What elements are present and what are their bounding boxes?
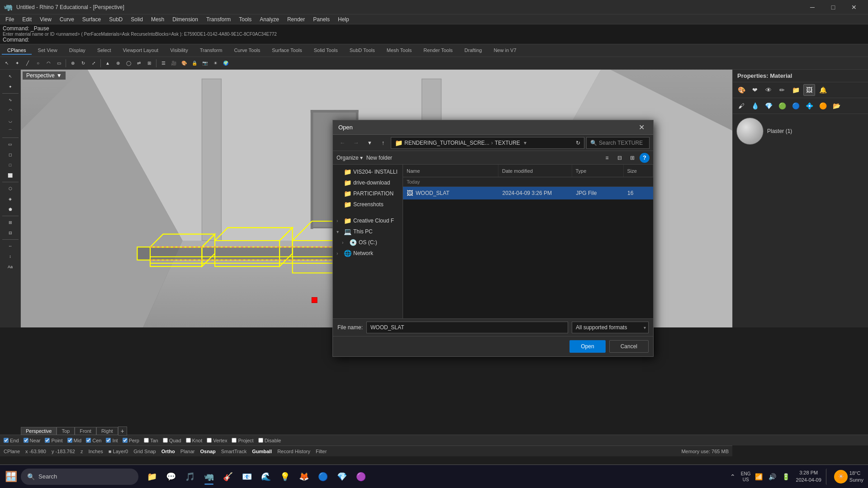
prop-pencil-icon[interactable]: ✏ <box>776 84 788 96</box>
command-line3[interactable]: Command: <box>3 37 865 43</box>
col-header-name[interactable]: Name <box>403 165 498 177</box>
osnap-quad[interactable]: Quad <box>163 438 181 443</box>
toolbar-circle-btn[interactable]: ○ <box>33 58 43 68</box>
tab-drafting[interactable]: Drafting <box>459 47 488 55</box>
lt-mesh1[interactable]: ⊞ <box>2 218 19 227</box>
taskbar-app-windows[interactable]: 📁 <box>143 468 161 486</box>
ortho-btn[interactable]: Ortho <box>161 449 175 454</box>
tab-select[interactable]: Select <box>92 47 117 55</box>
refresh-button[interactable]: ↻ <box>576 140 580 146</box>
help-button[interactable]: ? <box>640 153 650 163</box>
sidebar-screenshots[interactable]: 📁 Screenshots <box>333 199 403 210</box>
toolbar-extrude-btn[interactable]: ▲ <box>103 58 113 68</box>
lt-dim1[interactable]: ↔ <box>2 241 19 251</box>
menu-subd[interactable]: SubD <box>105 15 126 24</box>
lt-point[interactable]: ✦ <box>2 82 19 92</box>
prop-green-icon[interactable]: 🟢 <box>776 100 788 112</box>
sidebar-participation[interactable]: 📁 PARTICIPATION <box>333 188 403 199</box>
menu-solid[interactable]: Solid <box>127 15 147 24</box>
toolbar-point-btn[interactable]: ✦ <box>12 58 22 68</box>
toolbar-env-btn[interactable]: 🌍 <box>221 58 231 68</box>
menu-view[interactable]: View <box>36 15 55 24</box>
menu-edit[interactable]: Edit <box>19 15 35 24</box>
file-name-input[interactable] <box>366 322 568 333</box>
prop-gem-icon[interactable]: 💎 <box>763 100 774 112</box>
menu-analyze[interactable]: Analyze <box>256 15 283 24</box>
osnap-knot[interactable]: Knot <box>186 438 203 443</box>
lt-solid3[interactable]: ⬟ <box>2 204 19 214</box>
close-button[interactable]: ✕ <box>844 0 864 14</box>
dialog-dropdown-button[interactable]: ▾ <box>364 137 375 149</box>
smart-track-btn[interactable]: SmartTrack <box>221 449 247 454</box>
lt-surface3[interactable]: □ <box>2 160 19 170</box>
toolbar-select-btn[interactable]: ↖ <box>2 58 12 68</box>
view-tiles-button[interactable]: ⊟ <box>614 153 625 163</box>
toolbar-rect-btn[interactable]: ▭ <box>54 58 64 68</box>
taskbar-app-keyshot[interactable]: 💎 <box>333 468 351 486</box>
gumball-btn[interactable]: Gumball <box>252 449 272 454</box>
osnap-end[interactable]: End <box>4 438 19 443</box>
dialog-close-button[interactable]: ✕ <box>635 121 648 134</box>
taskbar-app-firefox[interactable]: 🦊 <box>295 468 313 486</box>
prop-color-icon[interactable]: 🎨 <box>735 84 747 96</box>
menu-file[interactable]: File <box>2 15 18 24</box>
tab-solid-tools[interactable]: Solid Tools <box>308 47 343 55</box>
prop-bell-icon[interactable]: 🔔 <box>817 84 829 96</box>
taskbar-chevron-up[interactable]: ⌃ <box>727 469 738 485</box>
open-button[interactable]: Open <box>569 340 605 353</box>
lt-select[interactable]: ↖ <box>2 71 19 81</box>
osnap-cen[interactable]: Cen <box>86 438 101 443</box>
lt-solid1[interactable]: ⬡ <box>2 184 19 194</box>
prop-blue2-icon[interactable]: 💠 <box>803 100 815 112</box>
organize-button[interactable]: Organize ▾ <box>337 155 363 161</box>
tab-viewport-layout[interactable]: Viewport Layout <box>117 47 164 55</box>
menu-mesh[interactable]: Mesh <box>147 15 168 24</box>
toolbar-material-btn[interactable]: 🎨 <box>179 58 189 68</box>
menu-surface[interactable]: Surface <box>79 15 104 24</box>
osnap-int[interactable]: Int <box>106 438 118 443</box>
file-type-select[interactable]: All supported formats Image files (*.jpg… <box>572 322 649 333</box>
toolbar-line-btn[interactable]: ╱ <box>23 58 33 68</box>
osnap-mid[interactable]: Mid <box>67 438 82 443</box>
osnap-perp[interactable]: Perp <box>123 438 139 443</box>
osnap-project[interactable]: Project <box>232 438 253 443</box>
menu-transform[interactable]: Transform <box>203 15 234 24</box>
menu-curve[interactable]: Curve <box>56 15 78 24</box>
tab-setview[interactable]: Set View <box>33 47 63 55</box>
minimize-button[interactable]: ─ <box>802 0 823 14</box>
new-folder-button[interactable]: New folder <box>366 155 392 161</box>
sidebar-drive-download[interactable]: 📁 drive-download <box>333 177 403 188</box>
planar-btn[interactable]: Planar <box>180 449 195 454</box>
lt-dim2[interactable]: ↕ <box>2 251 19 261</box>
breadcrumb-dropdown[interactable]: ▾ <box>524 140 526 146</box>
vp-tab-front[interactable]: Front <box>75 427 96 435</box>
start-button[interactable]: 🪟 <box>2 468 20 486</box>
sidebar-os-c[interactable]: › 💿 OS (C:) <box>333 237 403 248</box>
taskbar-app-outlook[interactable]: 💡 <box>276 468 294 486</box>
toolbar-mirror-btn[interactable]: ⇌ <box>134 58 144 68</box>
file-item-wood-slat[interactable]: 🖼 WOOD_SLAT 2024-04-09 3:26 PM JPG File … <box>403 187 653 199</box>
maximize-button[interactable]: □ <box>823 0 844 14</box>
wifi-icon[interactable]: 📶 <box>754 468 764 486</box>
vp-tab-perspective[interactable]: Perspective <box>21 427 57 435</box>
toolbar-boolean-btn[interactable]: ⊕ <box>113 58 123 68</box>
tab-mesh-tools[interactable]: Mesh Tools <box>381 47 417 55</box>
lt-curve2[interactable]: ◠ <box>2 105 19 115</box>
toolbar-scale-btn[interactable]: ⤢ <box>89 58 99 68</box>
toolbar-fillet-btn[interactable]: ◯ <box>123 58 133 68</box>
show-desktop-button[interactable] <box>826 469 829 485</box>
tab-cplanes[interactable]: CPlanes <box>2 47 32 55</box>
taskbar-app-spotify[interactable]: 🎵 <box>181 468 199 486</box>
speaker-icon[interactable]: 🔊 <box>767 468 778 486</box>
lt-surface2[interactable]: ◻ <box>2 150 19 160</box>
menu-panels[interactable]: Panels <box>309 15 333 24</box>
tab-render-tools[interactable]: Render Tools <box>418 47 458 55</box>
osnap-near[interactable]: Near <box>24 438 41 443</box>
taskbar-app-store[interactable]: 📧 <box>238 468 256 486</box>
lt-solid2[interactable]: ◈ <box>2 194 19 204</box>
col-header-date[interactable]: Date modified <box>498 165 572 177</box>
vp-tab-top[interactable]: Top <box>57 427 75 435</box>
menu-tools[interactable]: Tools <box>235 15 255 24</box>
view-large-icons-button[interactable]: ⊞ <box>627 153 638 163</box>
view-details-button[interactable]: ≡ <box>602 153 612 163</box>
